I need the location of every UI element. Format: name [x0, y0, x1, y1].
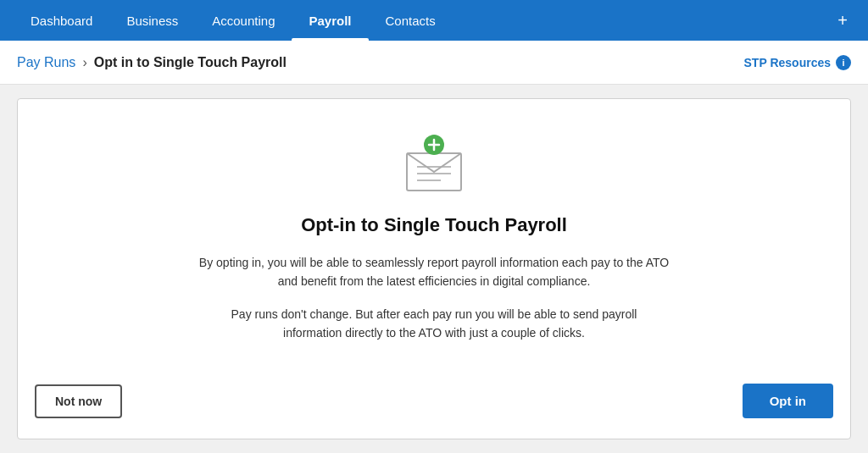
- breadcrumb-bar: Pay Runs › Opt in to Single Touch Payrol…: [0, 41, 868, 85]
- add-button[interactable]: +: [831, 11, 854, 30]
- main-content: Opt-in to Single Touch Payroll By opting…: [0, 85, 868, 453]
- not-now-button[interactable]: Not now: [35, 384, 122, 418]
- nav-item-contacts[interactable]: Contacts: [369, 0, 453, 41]
- nav-item-dashboard[interactable]: Dashboard: [14, 0, 109, 41]
- opt-in-card: Opt-in to Single Touch Payroll By opting…: [17, 98, 851, 439]
- card-buttons: Not now Opt in: [35, 384, 833, 418]
- breadcrumb-separator: ›: [82, 55, 86, 70]
- breadcrumb-current-page: Opt in to Single Touch Payroll: [94, 55, 287, 70]
- info-icon: i: [836, 55, 851, 70]
- nav-item-business[interactable]: Business: [109, 0, 195, 41]
- envelope-illustration: [400, 133, 468, 194]
- stp-resources-label: STP Resources: [744, 56, 831, 69]
- breadcrumb: Pay Runs › Opt in to Single Touch Payrol…: [17, 55, 287, 70]
- card-description-1: By opting in, you will be able to seamle…: [197, 253, 671, 291]
- nav-item-payroll[interactable]: Payroll: [292, 0, 368, 41]
- navbar: Dashboard Business Accounting Payroll Co…: [0, 0, 868, 41]
- navbar-left: Dashboard Business Accounting Payroll Co…: [14, 0, 453, 41]
- card-description-2: Pay runs don't change. But after each pa…: [214, 305, 654, 343]
- stp-resources-link[interactable]: STP Resources i: [744, 55, 851, 70]
- breadcrumb-payruns-link[interactable]: Pay Runs: [17, 55, 75, 70]
- opt-in-button[interactable]: Opt in: [743, 384, 833, 418]
- nav-item-accounting[interactable]: Accounting: [195, 0, 292, 41]
- card-title: Opt-in to Single Touch Payroll: [301, 214, 567, 236]
